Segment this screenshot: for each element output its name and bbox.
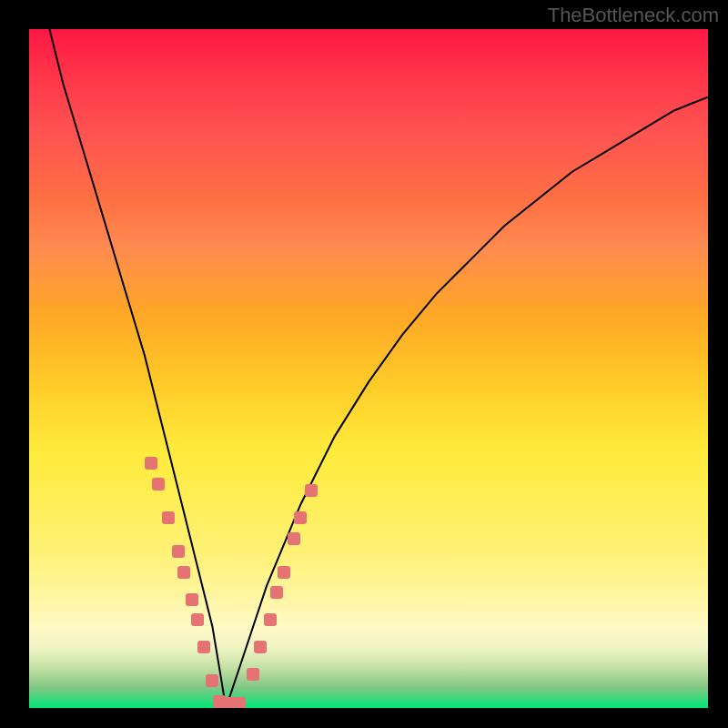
- curve-marker: [247, 668, 259, 681]
- watermark-text: TheBottleneck.com: [548, 4, 719, 27]
- curve-marker: [288, 532, 300, 545]
- curve-marker: [264, 613, 277, 626]
- curve-marker: [186, 593, 198, 606]
- curve-marker: [197, 641, 210, 653]
- curve-marker: [145, 457, 157, 470]
- curve-marker: [294, 511, 307, 524]
- curve-marker: [305, 484, 318, 497]
- curve-marker: [152, 478, 165, 490]
- curve-marker: [191, 613, 204, 626]
- curve-marker: [206, 674, 218, 687]
- curve-marker: [162, 511, 175, 524]
- curve-marker: [233, 697, 246, 708]
- curve-marker: [177, 566, 190, 579]
- v-curve-line: [29, 29, 708, 708]
- curve-marker: [270, 586, 283, 599]
- chart-plot-area: [29, 29, 708, 708]
- curve-marker: [278, 566, 290, 579]
- curve-marker: [172, 545, 185, 558]
- curve-marker: [254, 641, 267, 653]
